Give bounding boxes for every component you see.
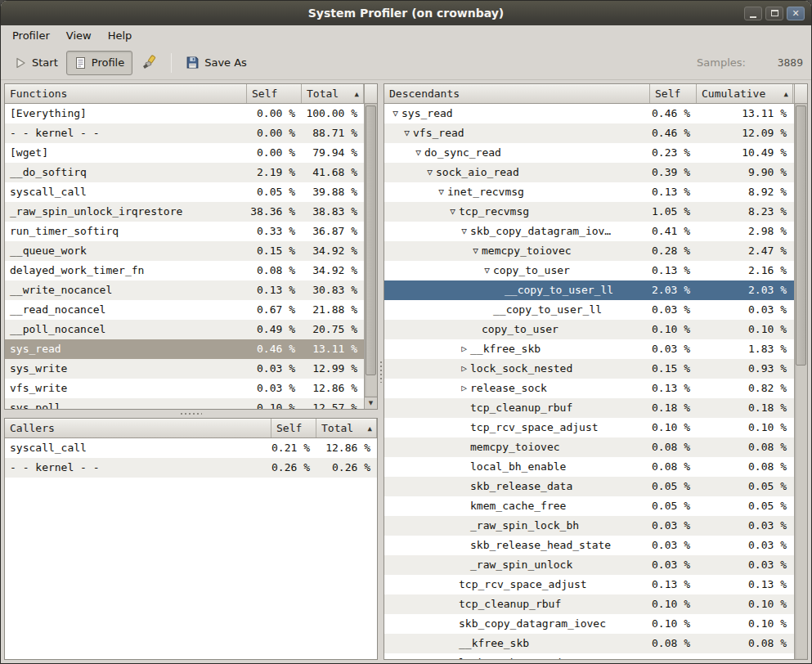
expander-open-icon[interactable]: ▽ [469,241,482,261]
expander-closed-icon[interactable]: ▷ [446,653,459,659]
expander-closed-icon[interactable]: ▷ [458,359,470,379]
descendant-row[interactable]: ▷__kfree_skb0.03 %1.83 % [384,339,794,359]
function-row[interactable]: sys_poll0.10 %12.57 % [5,398,364,409]
expander-open-icon[interactable]: ▽ [446,202,459,222]
function-name: lock_sock_nested [459,653,561,659]
function-row[interactable]: __queue_work0.15 %34.92 % [5,241,364,261]
descendant-row[interactable]: skb_copy_datagram_iovec0.10 %0.10 % [384,614,794,634]
column-header-descendants[interactable]: Descendants [384,84,650,103]
descendant-row[interactable]: __copy_to_user_ll0.03 %0.03 % [384,300,794,320]
menu-profiler[interactable]: Profiler [4,27,58,44]
descendant-row[interactable]: _raw_spin_lock_bh0.03 %0.03 % [384,516,794,536]
function-name-cell: __poll_nocancel [5,320,247,339]
descendant-row[interactable]: _raw_spin_unlock0.03 %0.03 % [384,555,794,575]
column-header-total[interactable]: Total ▲ [302,84,364,103]
descendant-row[interactable]: ▽do_sync_read0.23 %10.49 % [384,143,794,163]
function-row[interactable]: __write_nocancel0.13 %30.83 % [5,280,364,300]
expander-open-icon[interactable]: ▽ [401,123,413,143]
function-row[interactable]: [wget]0.00 %79.94 % [5,143,364,163]
function-row[interactable]: syscall_call0.05 %39.88 % [5,182,364,202]
self-percent-cell: 0.10 % [650,614,697,634]
vertical-splitter[interactable] [378,83,384,660]
function-row[interactable]: sys_read0.46 %13.11 % [5,339,364,359]
expander-closed-icon[interactable]: ▷ [458,339,470,359]
descendant-row[interactable]: ▽inet_recvmsg0.13 %8.92 % [384,182,794,202]
descendant-row[interactable]: ▷release_sock0.13 %0.82 % [384,379,794,398]
descendant-row[interactable]: tcp_rcv_space_adjust0.10 %0.10 % [384,418,794,437]
scrollbar-thumb[interactable] [366,105,376,375]
scroll-down-button[interactable]: ▼ [365,397,377,409]
column-header-functions[interactable]: Functions [5,84,247,103]
descendant-row[interactable]: ▽sys_read0.46 %13.11 % [384,104,794,123]
expander-open-icon[interactable]: ▽ [481,261,493,280]
tree-indent [389,349,458,350]
function-row[interactable]: __do_softirq2.19 %41.68 % [5,163,364,182]
menu-help[interactable]: Help [100,27,141,44]
descendant-row[interactable]: skb_release_data0.05 %0.05 % [384,477,794,496]
window-title: System Profiler (on crownbay) [1,7,811,20]
descendant-row[interactable]: kmem_cache_free0.05 %0.05 % [384,496,794,516]
descendant-row[interactable]: tcp_cleanup_rbuf0.18 %0.18 % [384,398,794,418]
scrollbar-track[interactable] [365,104,377,397]
expander-open-icon[interactable]: ▽ [424,163,436,182]
horizontal-splitter[interactable] [4,410,378,418]
descendant-row[interactable]: ▷lock_sock_nested0.08 %0.08 % [384,653,794,659]
descendant-row[interactable]: ▽copy_to_user0.13 %2.16 % [384,261,794,280]
column-header-total[interactable]: Total ▲ [316,419,377,437]
descendant-row[interactable]: ▽memcpy_toiovec0.28 %2.47 % [384,241,794,261]
caller-row[interactable]: syscall_call0.21 %12.86 % [5,438,377,458]
descendant-row[interactable]: __copy_to_user_ll2.03 %2.03 % [384,280,794,300]
column-header-callers[interactable]: Callers [5,419,271,437]
total-percent-cell: 12.86 % [302,379,364,398]
expander-open-icon[interactable]: ▽ [458,222,470,241]
function-row[interactable]: [Everything]0.00 %100.00 % [5,104,364,123]
column-header-cumulative[interactable]: Cumulative ▲ [697,84,793,103]
save-as-button[interactable]: Save As [177,51,255,75]
menu-view[interactable]: View [58,27,100,44]
expander-closed-icon[interactable]: ▷ [458,379,470,398]
descendant-row[interactable]: memcpy_toiovec0.08 %0.08 % [384,437,794,457]
function-row[interactable]: delayed_work_timer_fn0.08 %34.92 % [5,261,364,280]
tree-indent [389,369,458,370]
function-row[interactable]: run_timer_softirq0.33 %36.87 % [5,222,364,241]
scrollbar-track[interactable] [795,104,807,659]
self-percent-cell: 0.15 % [650,359,697,379]
samples-label: Samples: [697,56,746,69]
close-button[interactable]: ✕ [787,7,805,20]
scrollbar-thumb[interactable] [796,105,806,366]
start-button[interactable]: Start [6,51,66,75]
tree-name-cell: tcp_rcv_space_adjust [384,418,650,437]
caller-row[interactable]: - - kernel - -0.26 %0.26 % [5,458,377,478]
expander-open-icon[interactable]: ▽ [389,104,402,123]
descendant-row[interactable]: tcp_rcv_space_adjust0.13 %0.13 % [384,575,794,594]
titlebar[interactable]: System Profiler (on crownbay) ✕ [1,1,811,25]
descendant-row[interactable]: local_bh_enable0.08 %0.08 % [384,457,794,477]
maximize-button[interactable] [765,7,783,20]
function-row[interactable]: vfs_write0.03 %12.86 % [5,379,364,398]
expander-open-icon[interactable]: ▽ [435,182,447,202]
descendant-row[interactable]: ▽skb_copy_datagram_iov…0.41 %2.98 % [384,222,794,241]
tree-indent [389,545,458,546]
expander-open-icon[interactable]: ▽ [412,143,424,163]
column-header-self[interactable]: Self [247,84,302,103]
function-row[interactable]: _raw_spin_unlock_irqrestore38.36 %38.83 … [5,202,364,222]
minimize-button[interactable] [744,7,762,20]
function-row[interactable]: __read_nocancel0.67 %21.88 % [5,300,364,320]
descendant-row[interactable]: skb_release_head_state0.03 %0.03 % [384,536,794,555]
function-row[interactable]: sys_write0.03 %12.99 % [5,359,364,379]
descendant-row[interactable]: tcp_cleanup_rbuf0.10 %0.10 % [384,594,794,614]
column-header-self[interactable]: Self [271,419,316,437]
descendant-row[interactable]: ▽sock_aio_read0.39 %9.90 % [384,163,794,182]
profile-button[interactable]: Profile [66,51,132,75]
descendant-row[interactable]: ▽vfs_read0.46 %12.09 % [384,123,794,143]
descendant-row[interactable]: ▷lock_sock_nested0.15 %0.93 % [384,359,794,379]
descendant-row[interactable]: __kfree_skb0.08 %0.08 % [384,634,794,653]
descendant-row[interactable]: copy_to_user0.10 %0.10 % [384,320,794,339]
descendant-row[interactable]: ▽tcp_recvmsg1.05 %8.23 % [384,202,794,222]
function-row[interactable]: __poll_nocancel0.49 %20.75 % [5,320,364,339]
column-header-self[interactable]: Self [650,84,697,103]
reset-button[interactable] [132,51,165,75]
function-name-cell: __do_softirq [5,163,247,182]
function-row[interactable]: - - kernel - -0.00 %88.71 % [5,123,364,143]
column-header-label: Self [655,87,680,100]
